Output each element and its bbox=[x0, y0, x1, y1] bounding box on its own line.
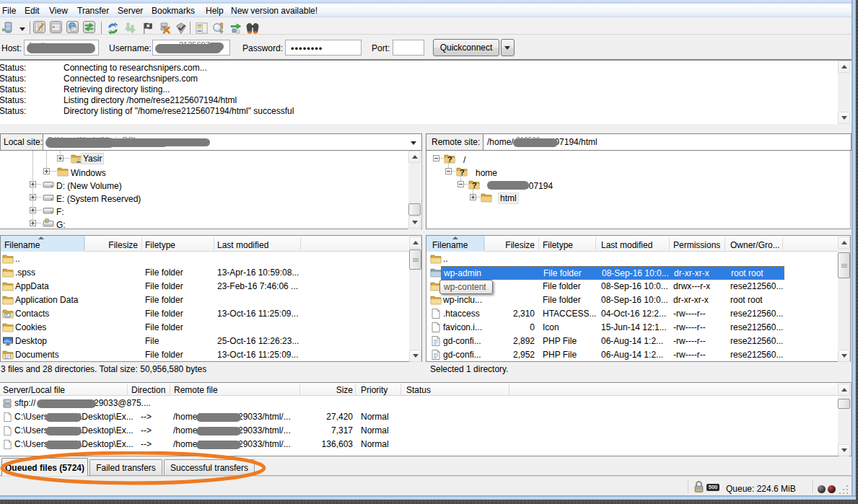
svg-text:?: ? bbox=[472, 181, 477, 190]
svg-text:?: ? bbox=[447, 155, 452, 164]
svg-text:?: ? bbox=[460, 168, 465, 177]
